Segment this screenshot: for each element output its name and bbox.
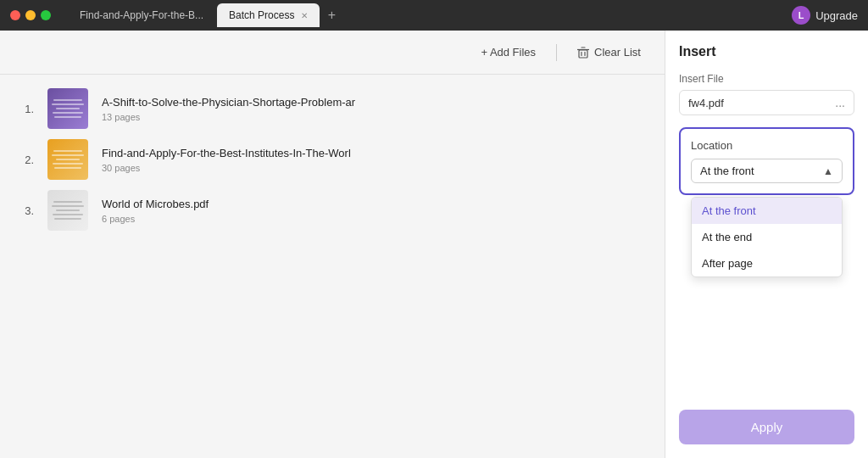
file-pages: 13 pages: [102, 112, 355, 122]
file-info: A-Shift-to-Solve-the-Physician-Shortage-…: [102, 96, 355, 122]
sidebar: Insert Insert File fw4.pdf ... Location …: [665, 31, 868, 458]
svg-rect-0: [579, 50, 587, 58]
upgrade-button[interactable]: L Upgrade: [792, 6, 858, 25]
close-button[interactable]: [10, 10, 20, 20]
titlebar: Find-and-Apply-For-the-B... Batch Proces…: [0, 0, 868, 31]
upgrade-label: Upgrade: [815, 9, 858, 22]
location-box: Location At the front ▲ At the front At …: [679, 127, 854, 195]
file-thumbnail: [47, 190, 88, 231]
tabs: Find-and-Apply-For-the-B... Batch Proces…: [68, 3, 785, 27]
more-options-button[interactable]: ...: [835, 96, 845, 109]
location-value: At the front: [700, 165, 754, 177]
file-pages: 30 pages: [102, 163, 351, 173]
add-tab-button[interactable]: +: [321, 5, 342, 25]
file-thumbnail: [47, 88, 88, 129]
tab-label: Find-and-Apply-For-the-B...: [80, 9, 203, 21]
location-option-end[interactable]: At the end: [692, 224, 842, 250]
toolbar-separator: [556, 44, 557, 61]
tab-label: Batch Process: [229, 9, 294, 21]
insert-file-label: Insert File: [679, 73, 854, 85]
minimize-button[interactable]: [25, 10, 36, 20]
file-name: A-Shift-to-Solve-the-Physician-Shortage-…: [102, 96, 355, 109]
location-label: Location: [691, 139, 843, 152]
apply-button[interactable]: Apply: [679, 410, 854, 444]
avatar: L: [792, 6, 810, 25]
clear-list-button[interactable]: Clear List: [570, 42, 648, 62]
file-number: 1.: [17, 103, 34, 115]
close-icon[interactable]: ✕: [301, 11, 308, 20]
insert-file-row: fw4.pdf ...: [679, 90, 854, 115]
file-list-area: + Add Files Clear List 1.: [0, 31, 665, 458]
file-pages: 6 pages: [102, 214, 209, 224]
file-name: World of Microbes.pdf: [102, 198, 209, 210]
file-list: 1. A-Shift-to-Solve-the-Physician-Shorta…: [0, 75, 665, 244]
list-item: 3. World of Microbes.pdf 6 pages: [17, 190, 648, 231]
add-files-button[interactable]: + Add Files: [474, 42, 542, 62]
file-thumbnail: [47, 139, 88, 180]
chevron-up-icon: ▲: [823, 165, 833, 177]
file-number: 2.: [17, 154, 34, 166]
insert-file-name: fw4.pdf: [688, 97, 724, 109]
file-info: World of Microbes.pdf 6 pages: [102, 198, 209, 224]
tab-batch-process[interactable]: Batch Process ✕: [217, 3, 320, 27]
location-dropdown: At the front At the end After page: [691, 197, 843, 277]
location-option-after-page[interactable]: After page: [692, 250, 842, 276]
location-option-front[interactable]: At the front: [692, 198, 842, 224]
toolbar: + Add Files Clear List: [0, 31, 665, 75]
sidebar-title: Insert: [679, 44, 854, 59]
file-number: 3.: [17, 204, 34, 217]
plus-icon: +: [328, 8, 336, 23]
list-item: 1. A-Shift-to-Solve-the-Physician-Shorta…: [17, 88, 648, 129]
file-name: Find-and-Apply-For-the-Best-Institutes-I…: [102, 147, 351, 159]
location-select[interactable]: At the front ▲: [691, 159, 843, 183]
maximize-button[interactable]: [41, 10, 51, 20]
tab-find-and-apply[interactable]: Find-and-Apply-For-the-B...: [68, 3, 215, 27]
traffic-lights: [10, 10, 51, 20]
main-content: + Add Files Clear List 1.: [0, 31, 868, 458]
trash-icon: [577, 47, 589, 59]
file-info: Find-and-Apply-For-the-Best-Institutes-I…: [102, 147, 351, 173]
list-item: 2. Find-and-Apply-For-the-Best-Institute…: [17, 139, 648, 180]
